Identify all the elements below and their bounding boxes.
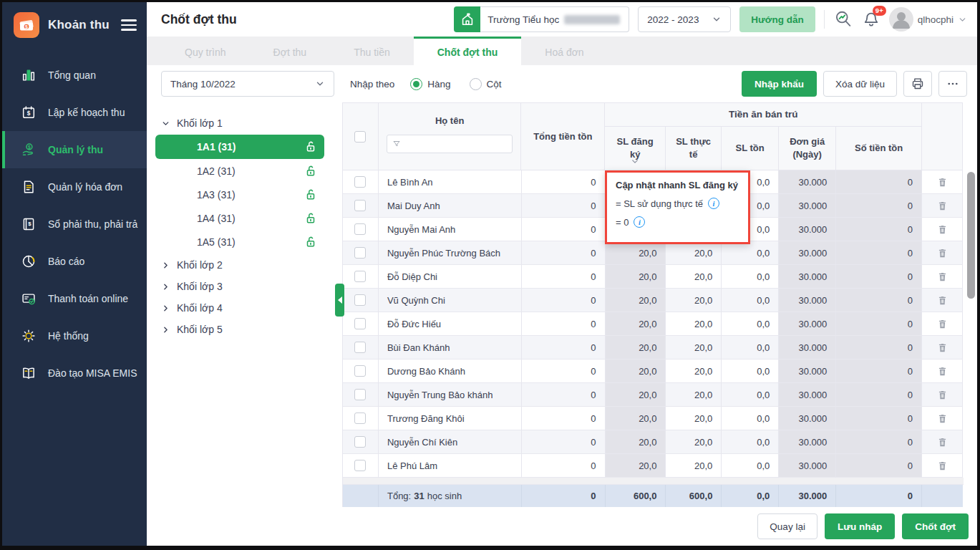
actual-cell[interactable]: 20,0 bbox=[666, 289, 722, 312]
import-button[interactable]: Nhập khẩu bbox=[742, 71, 817, 97]
balance-amount-header[interactable]: Số tiền tồn bbox=[836, 127, 922, 170]
delete-row-button[interactable] bbox=[936, 342, 949, 354]
sidebar-item-quan-ly-thu[interactable]: $ Quản lý thu bbox=[2, 131, 147, 168]
info-icon[interactable]: i bbox=[634, 216, 645, 228]
tree-class-1a3[interactable]: 1A3 (31) bbox=[155, 183, 324, 206]
clear-data-button[interactable]: Xóa dữ liệu bbox=[823, 71, 897, 97]
tab-chot-dot-thu[interactable]: Chốt đợt thu bbox=[414, 37, 522, 65]
actual-cell[interactable]: 20,0 bbox=[666, 383, 722, 407]
delete-row-button[interactable] bbox=[936, 223, 949, 236]
info-icon[interactable]: i bbox=[708, 198, 719, 209]
radio-cột[interactable]: Cột bbox=[470, 78, 502, 90]
registered-cell[interactable]: 20,0 bbox=[606, 241, 666, 265]
back-button[interactable]: Quay lại bbox=[757, 513, 818, 539]
remaining-cell[interactable]: 0,0 bbox=[722, 241, 779, 265]
actual-cell[interactable]: 20,0 bbox=[666, 407, 722, 430]
guide-button[interactable]: Hướng dẫn bbox=[739, 6, 815, 32]
radio-hàng[interactable]: Hàng bbox=[410, 78, 450, 90]
registered-cell[interactable]: 20,0 bbox=[606, 360, 666, 383]
row-checkbox[interactable] bbox=[354, 223, 366, 235]
tree-group-khoi-lop-2[interactable]: Khối lớp 2 bbox=[147, 254, 342, 276]
sidebar-item-so-phai-thu-phai-tra[interactable]: $ Sổ phải thu, phải trả bbox=[2, 206, 147, 243]
hamburger-menu-icon[interactable] bbox=[121, 19, 137, 31]
more-options-button[interactable] bbox=[938, 71, 967, 97]
remaining-cell[interactable]: 0,0 bbox=[722, 336, 779, 360]
row-checkbox[interactable] bbox=[354, 412, 366, 424]
delete-row-button[interactable] bbox=[936, 318, 949, 330]
sidebar-item-thanh-toan-online[interactable]: Thanh toán online bbox=[2, 280, 147, 317]
finalize-button[interactable]: Chốt đợt bbox=[902, 513, 969, 539]
registered-cell[interactable]: 20,0 bbox=[606, 289, 666, 312]
quick-update-option[interactable]: = SL sử dụng thực tế i bbox=[616, 198, 739, 209]
remaining-cell[interactable]: 0,0 bbox=[722, 289, 779, 312]
row-checkbox[interactable] bbox=[354, 342, 366, 353]
school-selector[interactable]: Trường Tiểu học bbox=[454, 6, 629, 32]
quick-update-option[interactable]: = 0 i bbox=[616, 216, 739, 228]
registered-cell[interactable]: 20,0 bbox=[606, 336, 666, 360]
sidebar-item-tong-quan[interactable]: Tổng quan bbox=[2, 57, 147, 94]
registered-cell[interactable]: 20,0 bbox=[606, 312, 666, 336]
registered-cell[interactable]: 20,0 bbox=[606, 383, 666, 407]
registered-header[interactable]: SL đăng ký bbox=[605, 127, 666, 170]
remaining-cell[interactable]: 0,0 bbox=[722, 454, 779, 478]
notifications-button[interactable]: 9+ bbox=[862, 10, 880, 29]
school-year-select[interactable]: 2022 - 2023 bbox=[638, 6, 731, 32]
row-checkbox[interactable] bbox=[354, 176, 366, 188]
registered-cell[interactable]: 20,0 bbox=[606, 265, 666, 289]
remaining-cell[interactable]: 0,0 bbox=[722, 265, 779, 289]
name-filter-input[interactable] bbox=[404, 139, 507, 149]
delete-row-button[interactable] bbox=[936, 365, 949, 377]
tree-group-khoi-lop-3[interactable]: Khối lớp 3 bbox=[147, 276, 342, 297]
actual-header[interactable]: SL thực tế bbox=[666, 127, 722, 170]
tab-thu-tien[interactable]: Thu tiền bbox=[330, 37, 414, 65]
remaining-cell[interactable]: 0,0 bbox=[722, 383, 779, 407]
save-draft-button[interactable]: Lưu nháp bbox=[825, 513, 895, 539]
sidebar-item-he-thong[interactable]: Hệ thống bbox=[2, 317, 147, 354]
delete-row-button[interactable] bbox=[936, 436, 949, 448]
actual-cell[interactable]: 20,0 bbox=[666, 454, 722, 478]
row-checkbox[interactable] bbox=[354, 200, 366, 211]
registered-cell[interactable]: 20,0 bbox=[606, 407, 666, 430]
delete-row-button[interactable] bbox=[936, 460, 949, 472]
tree-class-1a2[interactable]: 1A2 (31) bbox=[155, 160, 324, 183]
user-menu[interactable]: qlhocphi bbox=[889, 7, 967, 32]
actual-cell[interactable]: 20,0 bbox=[666, 430, 722, 454]
tree-group-khoi-lop-5[interactable]: Khối lớp 5 bbox=[147, 319, 342, 340]
actual-cell[interactable]: 20,0 bbox=[666, 336, 722, 360]
registered-cell[interactable]: 20,0 bbox=[606, 454, 666, 478]
row-checkbox[interactable] bbox=[354, 365, 366, 377]
select-all-checkbox[interactable] bbox=[354, 131, 366, 143]
tab-quy-trinh[interactable]: Quy trình bbox=[161, 37, 250, 65]
tree-class-1a4[interactable]: 1A4 (31) bbox=[155, 207, 324, 230]
actual-cell[interactable]: 20,0 bbox=[666, 241, 722, 265]
tab-hoa-don[interactable]: Hoá đơn bbox=[521, 37, 607, 65]
remaining-header[interactable]: SL tồn bbox=[722, 127, 779, 170]
tree-group-khoi-lop-1[interactable]: Khối lớp 1 bbox=[147, 112, 342, 134]
delete-row-button[interactable] bbox=[936, 294, 949, 307]
row-checkbox[interactable] bbox=[354, 247, 366, 259]
actual-cell[interactable]: 20,0 bbox=[666, 360, 722, 383]
row-checkbox[interactable] bbox=[354, 460, 366, 471]
sidebar-item-quan-ly-hoa-don[interactable]: Quản lý hóa đơn bbox=[2, 168, 147, 206]
row-checkbox[interactable] bbox=[354, 318, 366, 329]
row-checkbox[interactable] bbox=[354, 294, 366, 306]
delete-row-button[interactable] bbox=[936, 389, 949, 401]
registered-cell[interactable]: 20,0 bbox=[606, 430, 666, 454]
row-checkbox[interactable] bbox=[354, 436, 366, 448]
total-balance-header[interactable]: Tổng tiền tồn bbox=[521, 103, 605, 170]
delete-row-button[interactable] bbox=[936, 176, 949, 188]
remaining-cell[interactable]: 0,0 bbox=[722, 360, 779, 383]
unit-price-header[interactable]: Đơn giá (Ngày) bbox=[779, 127, 836, 170]
delete-row-button[interactable] bbox=[936, 412, 949, 425]
tree-class-1a5[interactable]: 1A5 (31) bbox=[155, 231, 324, 254]
tab-dot-thu[interactable]: Đợt thu bbox=[250, 37, 331, 65]
delete-row-button[interactable] bbox=[936, 200, 949, 212]
sidebar-item-dao-tao-misa-emis[interactable]: Đào tạo MISA EMIS bbox=[2, 354, 147, 392]
scrollbar-thumb[interactable] bbox=[967, 172, 975, 299]
tree-class-1a1[interactable]: 1A1 (31) bbox=[155, 135, 324, 159]
sidebar-item-lap-ke-hoach-thu[interactable]: $ Lập kế hoạch thu bbox=[2, 94, 147, 131]
delete-row-button[interactable] bbox=[936, 247, 949, 259]
search-button[interactable] bbox=[833, 9, 853, 29]
print-button[interactable] bbox=[903, 71, 932, 97]
actual-cell[interactable]: 20,0 bbox=[666, 312, 722, 336]
